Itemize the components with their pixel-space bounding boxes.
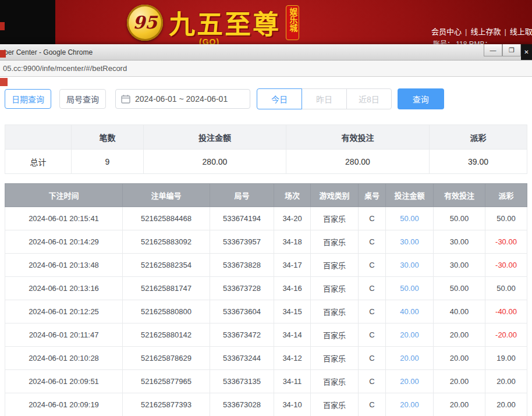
maximize-button[interactable]: ❐ xyxy=(502,44,521,56)
order-id: 521625883092 xyxy=(123,230,210,254)
filter-bar: 日期查询 局号查询 2024-06-01 ~ 2024-06-01 今日 昨日 … xyxy=(5,88,527,109)
valid-bet: 20.00 xyxy=(434,323,485,347)
bet-amount-cell: 20.00 xyxy=(386,370,434,393)
round-id: 533673957 xyxy=(210,230,274,254)
yesterday-button[interactable]: 昨日 xyxy=(302,88,347,109)
bet-amount-link[interactable]: 40.00 xyxy=(400,307,419,316)
url-bar[interactable]: 05.cc:9900/infe/mcenter/#/betRecord xyxy=(0,61,532,77)
table-row: 2024-06-01 20:13:16 521625881747 5336737… xyxy=(5,277,527,300)
summary-header-payout: 派彩 xyxy=(430,125,527,150)
session: 34-15 xyxy=(274,300,311,323)
table-row: 2024-06-01 20:15:41 521625884468 5336741… xyxy=(5,207,527,230)
bet-amount-link[interactable]: 50.00 xyxy=(400,214,419,223)
bet-time: 2024-06-01 20:12:25 xyxy=(5,300,123,323)
bet-time: 2024-06-01 20:15:41 xyxy=(5,207,123,230)
table-no: C xyxy=(359,347,386,370)
table-no: C xyxy=(359,300,386,323)
date-range-value: 2024-06-01 ~ 2024-06-01 xyxy=(135,94,228,104)
table-row: 2024-06-01 20:12:25 521625880800 5336736… xyxy=(5,300,527,323)
account-info: 账号： 118 RMB： xyxy=(433,38,491,44)
order-id: 521625877393 xyxy=(123,393,210,416)
bet-amount-link[interactable]: 20.00 xyxy=(400,330,419,339)
bet-time: 2024-06-01 20:09:19 xyxy=(5,393,123,416)
round-id: 533673828 xyxy=(210,254,274,277)
browser-window: ber Center - Google Chrome — ❐ ✕ 05.cc:9… xyxy=(0,44,532,416)
order-id: 521625878629 xyxy=(123,347,210,370)
left-edge-red-marker xyxy=(0,50,6,58)
game-type: 百家乐 xyxy=(311,207,359,230)
session: 34-14 xyxy=(274,323,311,347)
window-title: ber Center - Google Chrome xyxy=(4,48,93,56)
nav-link-withdraw[interactable]: 线上取 xyxy=(510,27,532,36)
bet-time: 2024-06-01 20:09:51 xyxy=(5,370,123,393)
valid-bet: 20.00 xyxy=(434,347,485,370)
round-id: 533674194 xyxy=(210,207,274,230)
round-query-tab[interactable]: 局号查询 xyxy=(59,89,106,109)
today-button[interactable]: 今日 xyxy=(257,88,302,109)
bet-amount-cell: 20.00 xyxy=(386,347,434,370)
bet-amount-cell: 40.00 xyxy=(386,300,434,323)
table-row: 2024-06-01 20:09:19 521625877393 5336730… xyxy=(5,393,527,416)
bet-time: 2024-06-01 20:13:48 xyxy=(5,254,123,277)
logo-number: 95 xyxy=(133,12,157,33)
session: 34-10 xyxy=(274,393,311,416)
valid-bet: 50.00 xyxy=(434,277,485,300)
window-titlebar[interactable]: ber Center - Google Chrome — ❐ ✕ xyxy=(0,44,532,61)
summary-valid-bet: 280.00 xyxy=(286,150,430,174)
nav-link-member-center[interactable]: 会员中心 xyxy=(431,27,462,36)
bet-time: 2024-06-01 20:11:47 xyxy=(5,323,123,347)
date-range-picker[interactable]: 2024-06-01 ~ 2024-06-01 xyxy=(115,89,250,109)
logo-title: 九五至尊 xyxy=(169,3,281,41)
summary-table: 笔数 投注金额 有效投注 派彩 总计 9 280.00 280.00 39.00 xyxy=(5,125,527,174)
search-button[interactable]: 查询 xyxy=(398,88,444,109)
date-query-tab[interactable]: 日期查询 xyxy=(5,89,51,109)
valid-bet: 30.00 xyxy=(434,254,485,277)
table-no-header: 桌号 xyxy=(359,184,386,207)
last-8-days-button[interactable]: 近8日 xyxy=(346,88,392,109)
summary-bet-amount: 280.00 xyxy=(144,150,286,174)
session: 34-11 xyxy=(274,370,311,393)
bet-amount-link[interactable]: 30.00 xyxy=(400,261,419,269)
game-type: 百家乐 xyxy=(311,277,359,300)
table-no: C xyxy=(359,323,386,347)
bet-amount-link[interactable]: 50.00 xyxy=(400,284,419,293)
order-id: 521625877965 xyxy=(123,370,210,393)
summary-count: 9 xyxy=(72,150,144,174)
close-button[interactable]: ✕ xyxy=(521,44,532,60)
payout: 20.00 xyxy=(485,370,527,393)
order-id: 521625881747 xyxy=(123,277,210,300)
table-no: C xyxy=(359,254,386,277)
valid-bet: 20.00 xyxy=(434,370,485,393)
bet-amount-cell: 50.00 xyxy=(386,277,434,300)
payout: 20.00 xyxy=(485,393,527,416)
site-banner: 95 九五至尊 娱乐城 (GO) 会员中心|线上存款|线上取 账号： 118 R… xyxy=(0,0,532,44)
bet-time: 2024-06-01 20:10:28 xyxy=(5,347,123,370)
minimize-button[interactable]: — xyxy=(484,44,502,56)
bet-amount-link[interactable]: 20.00 xyxy=(400,354,419,362)
valid-bet: 50.00 xyxy=(434,207,485,230)
bet-amount-link[interactable]: 20.00 xyxy=(400,400,419,409)
payout-header: 派彩 xyxy=(485,184,527,207)
session: 34-17 xyxy=(274,254,311,277)
nav-link-deposit[interactable]: 线上存款 xyxy=(470,27,501,36)
summary-payout: 39.00 xyxy=(430,150,527,174)
bet-amount-cell: 30.00 xyxy=(386,230,434,254)
summary-header-blank xyxy=(5,125,72,150)
payout: 19.00 xyxy=(485,347,527,370)
order-id: 521625884468 xyxy=(123,207,210,230)
game-type-header: 游戏类别 xyxy=(311,184,359,207)
banner-dark-region xyxy=(0,0,55,44)
table-no: C xyxy=(359,277,386,300)
logo-badge: 娱乐城 xyxy=(286,5,299,40)
bet-time-header: 下注时间 xyxy=(5,184,123,207)
summary-total-label: 总计 xyxy=(5,150,72,174)
bet-time: 2024-06-01 20:14:29 xyxy=(5,230,123,254)
session: 34-12 xyxy=(274,347,311,370)
order-id: 521625882354 xyxy=(123,254,210,277)
round-id: 533673028 xyxy=(210,393,274,416)
bet-amount-link[interactable]: 20.00 xyxy=(400,377,419,386)
payout: 50.00 xyxy=(485,277,527,300)
summary-header-bet-amount: 投注金额 xyxy=(144,125,286,150)
bet-amount-link[interactable]: 30.00 xyxy=(400,237,419,246)
table-row: 2024-06-01 20:14:29 521625883092 5336739… xyxy=(5,230,527,254)
